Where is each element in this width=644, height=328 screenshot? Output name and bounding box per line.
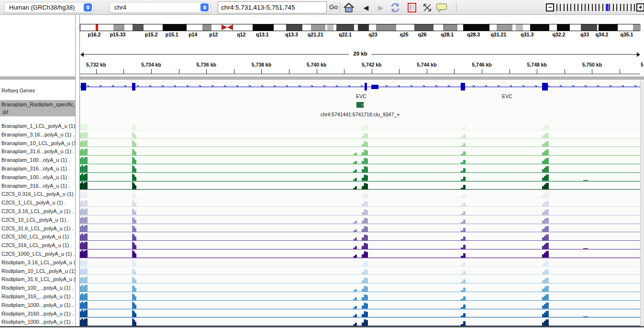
coverage-track-row[interactable] xyxy=(80,275,640,283)
coverage-track-row[interactable] xyxy=(80,258,640,267)
sidebar-item-refseq-genes[interactable]: Refseq Genes xyxy=(1,88,75,93)
coverage-peak xyxy=(132,234,136,240)
coverage-track-row[interactable] xyxy=(80,156,640,164)
coverage-track-row[interactable] xyxy=(80,215,640,224)
zoom-level-tick[interactable] xyxy=(560,4,561,11)
zoom-level-tick[interactable] xyxy=(570,4,571,11)
coverage-peak xyxy=(353,255,357,258)
coverage-peak xyxy=(80,293,88,300)
zoom-level-tick[interactable] xyxy=(634,4,635,11)
coverage-track-row[interactable] xyxy=(80,198,640,207)
zoom-out-button[interactable]: − xyxy=(546,3,554,11)
sidebar-track-label[interactable]: Risdiplam_3160...polyA_u (1) . xyxy=(1,311,75,317)
header-divider[interactable] xyxy=(0,77,644,79)
coverage-track-row[interactable] xyxy=(80,292,640,301)
coverage-track-row[interactable] xyxy=(80,207,640,215)
zoom-level-tick[interactable] xyxy=(556,4,557,11)
go-button[interactable]: Go xyxy=(329,3,338,11)
coverage-track-row[interactable] xyxy=(80,164,640,173)
coverage-track-row[interactable] xyxy=(80,147,640,156)
sidebar-track-label[interactable]: Risdiplam_1000...polyA_u (1) . xyxy=(1,319,75,325)
genome-select[interactable]: Human (GRCh38/hg38) xyxy=(4,2,94,13)
chromosome-ideogram[interactable] xyxy=(80,24,640,31)
zoom-level-tick[interactable] xyxy=(613,4,614,11)
zoom-level-tick[interactable] xyxy=(623,4,624,11)
locus-input[interactable] xyxy=(218,1,327,13)
coverage-peak xyxy=(353,221,357,224)
zoom-level-tick[interactable] xyxy=(616,4,617,11)
coverage-track-row[interactable] xyxy=(80,301,640,309)
forward-icon[interactable]: ▶ xyxy=(375,1,387,13)
coverage-peak xyxy=(461,168,466,172)
sidebar-track-label[interactable]: Branaplam_316...olyA_u (1) . xyxy=(1,183,75,189)
zoom-level-tick[interactable] xyxy=(592,4,593,11)
sidebar-track-label[interactable]: Risdiplam_3.16_LCL_polyA_u (1 xyxy=(1,260,75,265)
zoom-in-button[interactable]: + xyxy=(636,3,644,11)
zoom-level-tick[interactable] xyxy=(602,4,603,11)
sidebar-track-label[interactable]: Risdiplam_316_...polyA_u (1) . xyxy=(1,294,75,299)
coverage-track-row[interactable] xyxy=(80,224,640,233)
sidebar-track-label[interactable]: C2C5_3.16_LCL_polyA_u (1) . xyxy=(1,208,75,214)
zoom-slider[interactable] xyxy=(556,4,635,11)
sidebar-track-label[interactable]: C2C5_316_LCL_polyA_u (1) . xyxy=(1,242,75,248)
zoom-level-tick[interactable] xyxy=(627,4,628,11)
gene-name-label: EVC xyxy=(356,93,366,99)
sidebar-track-label[interactable]: Branaplam_100...olyA_u (1) . xyxy=(1,157,75,163)
coverage-track-row[interactable] xyxy=(80,249,640,258)
zoom-level-tick[interactable] xyxy=(574,4,575,11)
home-icon[interactable] xyxy=(343,1,355,13)
define-region-icon[interactable] xyxy=(406,1,418,13)
sidebar-track-label[interactable]: Branaplam_100...olyA_u (1) . xyxy=(1,174,75,180)
sidebar-track-label[interactable]: C2C5_100_LCL_polyA_u (1) . xyxy=(1,234,75,239)
coverage-track-row[interactable] xyxy=(80,309,640,318)
zoom-level-tick[interactable] xyxy=(577,4,578,11)
zoom-level-tick[interactable] xyxy=(609,4,610,11)
coverage-track-row[interactable] xyxy=(80,130,640,139)
coverage-track-row[interactable] xyxy=(80,283,640,292)
coverage-peak xyxy=(461,321,466,326)
coverage-track-row[interactable] xyxy=(80,267,640,275)
zoom-level-tick[interactable] xyxy=(599,4,600,11)
sidebar-track-label[interactable]: Branaplam_316...olyA_u (1) . xyxy=(1,166,75,171)
junction-feature[interactable]: > xyxy=(356,102,364,108)
sidebar-track-label[interactable]: Risdiplam_100_...polyA_u (1) . xyxy=(1,285,75,291)
sidebar-item-selected-track[interactable]: Branaplam_Risdiplam_specific_int .gz xyxy=(0,100,75,116)
sidebar-track-label[interactable]: Branaplam_3.16...polyA_u (1) . xyxy=(1,132,75,137)
coverage-peak xyxy=(132,318,136,326)
sidebar-track-label[interactable]: Risdiplam_31.6_LCL_polyA_u (1 xyxy=(1,276,75,282)
zoom-level-tick[interactable] xyxy=(585,4,586,11)
chromosome-select[interactable]: chr4 xyxy=(109,2,211,13)
coverage-track-row[interactable] xyxy=(80,190,640,198)
zoom-level-tick[interactable] xyxy=(595,4,596,11)
zoom-level-tick[interactable] xyxy=(620,4,621,11)
zoom-level-tick[interactable] xyxy=(564,4,565,11)
sidebar-track-label[interactable]: Risdiplam_1000...polyA_u (1) . xyxy=(1,302,75,308)
coverage-track-row[interactable] xyxy=(80,241,640,249)
zoom-level-tick[interactable] xyxy=(567,4,568,11)
tooltip-bubble-icon[interactable] xyxy=(435,1,448,13)
sidebar-track-label[interactable]: Risdiplam_10_LCL_polyA_u (1) . xyxy=(1,268,75,274)
coverage-track-row[interactable] xyxy=(80,139,640,147)
sidebar-track-label[interactable]: Branaplam_1_LCL_polyA_u (1) . xyxy=(1,123,75,129)
sidebar-track-label[interactable]: C2C5_1000_LCL_polyA_u (1) . xyxy=(1,251,75,257)
zoom-level-tick[interactable] xyxy=(588,4,589,11)
zoom-level-tick[interactable] xyxy=(581,4,582,11)
sidebar-track-label[interactable]: C2C5_1_LCL_polyA_u (1) . xyxy=(1,200,75,205)
sidebar-track-label[interactable]: C2C5_10_LCL_polyA_u (1) . xyxy=(1,217,75,223)
coverage-track-row[interactable] xyxy=(80,122,640,130)
zoom-current-level-tick[interactable] xyxy=(606,4,609,11)
sidebar-track-label[interactable]: C2C5_0.316_LCL_polyA_u (1) . xyxy=(1,191,75,197)
coverage-track-row[interactable] xyxy=(80,181,640,190)
coverage-track-row[interactable] xyxy=(80,232,640,241)
sidebar-track-label[interactable]: Branaplam_31.6...polyA_u (1) . xyxy=(1,148,75,154)
sidebar-track-label[interactable]: Branaplam_10_LCL_polyA_u (1) xyxy=(1,140,75,146)
coverage-track-row[interactable] xyxy=(80,173,640,181)
coverage-peak xyxy=(362,193,368,198)
zoom-level-tick[interactable] xyxy=(631,4,632,11)
fit-to-window-icon[interactable] xyxy=(421,1,433,13)
coverage-peak xyxy=(80,140,88,147)
refresh-icon[interactable] xyxy=(389,1,401,13)
coverage-track-row[interactable] xyxy=(80,317,640,326)
back-icon[interactable]: ◀ xyxy=(360,1,372,13)
sidebar-track-label[interactable]: C2C5_31.6_LCL_polyA_u (1) . xyxy=(1,226,75,231)
